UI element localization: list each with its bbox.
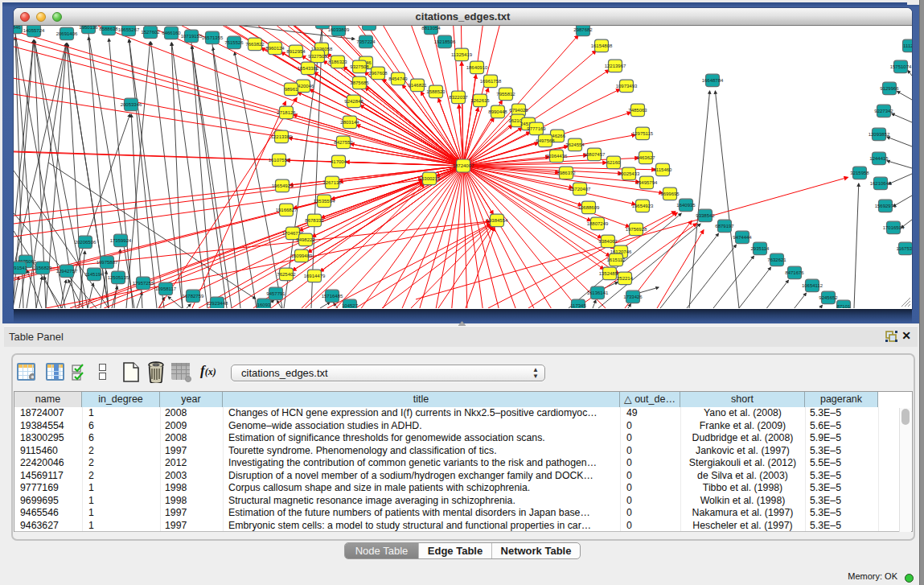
svg-text:1950136: 1950136 <box>79 26 98 30</box>
svg-text:16782759: 16782759 <box>183 294 204 299</box>
svg-text:9777169: 9777169 <box>527 126 546 131</box>
svg-text:98961: 98961 <box>285 87 298 92</box>
svg-text:13535594: 13535594 <box>314 199 335 204</box>
svg-text:8990448: 8990448 <box>488 109 507 114</box>
svg-text:19654923: 19654923 <box>632 204 654 208</box>
svg-text:14055724: 14055724 <box>23 28 45 33</box>
svg-text:7357224: 7357224 <box>356 39 376 44</box>
svg-text:9245652: 9245652 <box>819 295 838 300</box>
svg-text:20053346: 20053346 <box>121 102 142 107</box>
svg-text:19756928: 19756928 <box>626 227 647 232</box>
svg-text:15692971: 15692971 <box>875 204 897 208</box>
svg-text:18807249: 18807249 <box>587 221 609 226</box>
svg-text:3215958: 3215958 <box>850 171 869 175</box>
svg-text:16099489: 16099489 <box>291 253 313 258</box>
svg-text:1588520: 1588520 <box>426 89 446 94</box>
svg-text:11123: 11123 <box>903 43 912 48</box>
svg-text:15751074: 15751074 <box>890 64 912 69</box>
svg-text:9699695: 9699695 <box>660 192 680 196</box>
svg-text:8813054: 8813054 <box>421 26 441 31</box>
svg-text:16093: 16093 <box>257 303 271 307</box>
svg-text:11325419: 11325419 <box>451 52 473 57</box>
svg-text:19384554: 19384554 <box>487 218 508 223</box>
svg-text:12942757: 12942757 <box>56 269 78 274</box>
svg-text:391541: 391541 <box>14 266 28 270</box>
svg-text:1262615: 1262615 <box>470 98 490 103</box>
svg-text:10655267: 10655267 <box>118 27 140 32</box>
svg-text:6466160: 6466160 <box>162 31 181 35</box>
svg-text:16154808: 16154808 <box>591 43 613 48</box>
svg-text:1615112: 1615112 <box>607 257 626 262</box>
svg-text:417004: 417004 <box>331 159 347 164</box>
svg-text:9242848: 9242848 <box>344 99 363 104</box>
svg-text:8427552: 8427552 <box>334 140 353 145</box>
svg-text:16961758: 16961758 <box>480 79 502 84</box>
svg-text:7625402: 7625402 <box>277 272 296 277</box>
svg-text:2967608: 2967608 <box>368 71 388 76</box>
svg-text:10688609: 10688609 <box>578 205 600 210</box>
svg-text:9338542: 9338542 <box>696 213 715 218</box>
svg-text:10654112: 10654112 <box>802 283 823 288</box>
svg-text:12213967: 12213967 <box>605 64 626 68</box>
svg-text:10958117: 10958117 <box>155 286 177 291</box>
svg-text:2803144: 2803144 <box>340 120 359 125</box>
svg-text:12093852: 12093852 <box>869 132 890 137</box>
svg-text:16571355: 16571355 <box>202 35 224 40</box>
svg-text:8322037: 8322037 <box>449 95 468 100</box>
svg-text:1733426: 1733426 <box>623 295 643 299</box>
svg-text:8678332: 8678332 <box>305 218 324 223</box>
svg-text:19218506: 19218506 <box>434 39 456 44</box>
svg-text:8588638: 8588638 <box>99 27 118 31</box>
svg-text:16136141: 16136141 <box>587 290 609 295</box>
svg-text:8186323: 8186323 <box>328 60 347 64</box>
svg-text:17359924: 17359924 <box>110 238 132 243</box>
svg-text:19166827: 19166827 <box>276 208 298 212</box>
svg-text:15300215: 15300215 <box>419 176 441 181</box>
svg-text:1156829: 1156829 <box>34 266 53 270</box>
svg-text:16033809: 16033809 <box>328 27 350 32</box>
svg-text:8960124: 8960124 <box>265 46 285 51</box>
svg-text:7515526: 7515526 <box>224 40 244 45</box>
svg-text:1640935: 1640935 <box>676 203 696 208</box>
svg-text:3875685: 3875685 <box>350 80 369 85</box>
svg-text:9327508: 9327508 <box>350 64 369 69</box>
svg-text:1244415: 1244415 <box>869 156 889 161</box>
svg-text:2935114: 2935114 <box>751 246 770 251</box>
svg-text:1167533: 1167533 <box>897 246 912 251</box>
svg-text:252214: 252214 <box>617 276 634 281</box>
svg-text:9115460: 9115460 <box>654 167 673 172</box>
svg-text:9227342: 9227342 <box>874 109 893 113</box>
svg-text:13495794: 13495794 <box>636 180 658 185</box>
svg-text:6879197: 6879197 <box>715 224 734 229</box>
svg-text:9457791: 9457791 <box>266 291 285 296</box>
svg-text:8103374: 8103374 <box>359 26 379 27</box>
svg-text:8471676: 8471676 <box>785 270 804 275</box>
svg-text:6794028: 6794028 <box>509 108 528 113</box>
svg-text:1145194: 1145194 <box>85 272 105 277</box>
svg-text:87101: 87101 <box>837 304 851 308</box>
svg-text:10025433: 10025433 <box>618 171 640 176</box>
svg-text:9327503: 9327503 <box>308 54 327 59</box>
svg-text:1846: 1846 <box>14 26 21 30</box>
svg-text:9474444: 9474444 <box>733 235 752 240</box>
svg-text:18640910: 18640910 <box>466 65 488 70</box>
svg-text:20364436: 20364436 <box>546 154 568 159</box>
svg-text:19975887: 19975887 <box>97 260 118 265</box>
svg-text:9463627: 9463627 <box>636 155 655 160</box>
svg-text:10719155: 10719155 <box>181 34 203 39</box>
svg-text:16914479: 16914479 <box>304 274 326 278</box>
svg-text:9146821: 9146821 <box>408 83 427 88</box>
svg-text:10807457: 10807457 <box>584 152 606 157</box>
svg-text:7663822: 7663822 <box>245 42 265 47</box>
svg-text:16543382: 16543382 <box>298 66 319 71</box>
svg-text:17957255: 17957255 <box>133 281 154 286</box>
svg-text:16648784: 16648784 <box>702 78 724 83</box>
svg-text:3624554: 3624554 <box>565 142 585 147</box>
svg-text:7485063: 7485063 <box>628 108 647 113</box>
svg-text:6497568: 6497568 <box>536 138 555 143</box>
svg-text:2718126: 2718126 <box>277 110 296 115</box>
svg-text:15720407: 15720407 <box>569 187 591 192</box>
svg-text:8454749: 8454749 <box>388 76 408 81</box>
svg-text:7632621: 7632621 <box>767 257 786 262</box>
svg-text:20206506: 20206506 <box>75 240 97 245</box>
